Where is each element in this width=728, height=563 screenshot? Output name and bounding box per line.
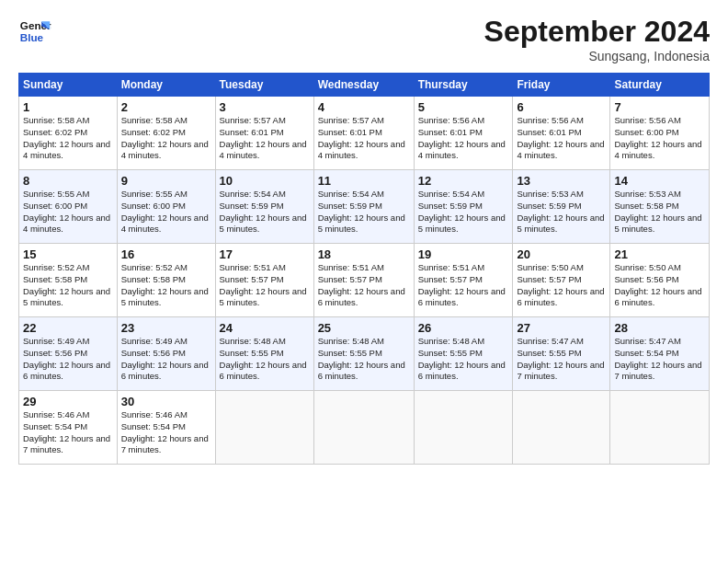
- day-number: 22: [23, 321, 113, 335]
- day-number: 16: [121, 247, 211, 261]
- day-number: 19: [418, 247, 509, 261]
- day-number: 6: [517, 100, 606, 114]
- day-info: Sunrise: 5:49 AM Sunset: 5:56 PM Dayligh…: [121, 336, 211, 383]
- calendar-cell: 16 Sunrise: 5:52 AM Sunset: 5:58 PM Dayl…: [117, 244, 215, 317]
- calendar-week-row: 15 Sunrise: 5:52 AM Sunset: 5:58 PM Dayl…: [19, 244, 710, 317]
- day-info: Sunrise: 5:50 AM Sunset: 5:57 PM Dayligh…: [517, 262, 606, 309]
- month-title: September 2024: [484, 15, 710, 49]
- day-info: Sunrise: 5:46 AM Sunset: 5:54 PM Dayligh…: [23, 409, 113, 456]
- day-info: Sunrise: 5:49 AM Sunset: 5:56 PM Dayligh…: [23, 336, 113, 383]
- day-info: Sunrise: 5:56 AM Sunset: 6:00 PM Dayligh…: [614, 115, 705, 162]
- calendar-cell: [215, 391, 313, 465]
- col-sunday: Sunday: [19, 74, 118, 97]
- calendar-cell: [414, 391, 513, 465]
- day-info: Sunrise: 5:55 AM Sunset: 6:00 PM Dayligh…: [23, 189, 113, 236]
- day-info: Sunrise: 5:57 AM Sunset: 6:01 PM Dayligh…: [220, 115, 310, 162]
- calendar-cell: 8 Sunrise: 5:55 AM Sunset: 6:00 PM Dayli…: [19, 170, 118, 244]
- logo: General Blue: [18, 15, 51, 48]
- day-number: 24: [220, 321, 310, 335]
- day-number: 25: [318, 321, 410, 335]
- calendar-cell: 10 Sunrise: 5:54 AM Sunset: 5:59 PM Dayl…: [215, 170, 313, 244]
- header: General Blue September 2024 Sungsang, In…: [18, 15, 710, 63]
- day-info: Sunrise: 5:46 AM Sunset: 5:54 PM Dayligh…: [121, 409, 211, 456]
- calendar-cell: 25 Sunrise: 5:48 AM Sunset: 5:55 PM Dayl…: [313, 317, 414, 391]
- calendar-week-row: 29 Sunrise: 5:46 AM Sunset: 5:54 PM Dayl…: [19, 391, 710, 465]
- day-number: 21: [614, 247, 705, 261]
- day-number: 1: [23, 100, 113, 114]
- col-wednesday: Wednesday: [313, 74, 414, 97]
- calendar-cell: 17 Sunrise: 5:51 AM Sunset: 5:57 PM Dayl…: [215, 244, 313, 317]
- title-block: September 2024 Sungsang, Indonesia: [484, 15, 710, 63]
- day-number: 28: [614, 321, 705, 335]
- col-friday: Friday: [513, 74, 610, 97]
- day-number: 4: [318, 100, 410, 114]
- calendar-cell: 19 Sunrise: 5:51 AM Sunset: 5:57 PM Dayl…: [414, 244, 513, 317]
- day-info: Sunrise: 5:50 AM Sunset: 5:56 PM Dayligh…: [614, 262, 705, 309]
- day-number: 30: [121, 395, 211, 408]
- day-number: 11: [318, 174, 410, 188]
- day-number: 7: [614, 100, 705, 114]
- day-info: Sunrise: 5:56 AM Sunset: 6:01 PM Dayligh…: [418, 115, 509, 162]
- col-saturday: Saturday: [610, 74, 710, 97]
- day-info: Sunrise: 5:58 AM Sunset: 6:02 PM Dayligh…: [23, 115, 113, 162]
- calendar-cell: 26 Sunrise: 5:48 AM Sunset: 5:55 PM Dayl…: [414, 317, 513, 391]
- calendar-cell: 21 Sunrise: 5:50 AM Sunset: 5:56 PM Dayl…: [610, 244, 710, 317]
- day-number: 27: [517, 321, 606, 335]
- day-number: 20: [517, 247, 606, 261]
- day-info: Sunrise: 5:53 AM Sunset: 5:58 PM Dayligh…: [614, 189, 705, 236]
- day-info: Sunrise: 5:48 AM Sunset: 5:55 PM Dayligh…: [318, 336, 410, 383]
- day-info: Sunrise: 5:54 AM Sunset: 5:59 PM Dayligh…: [318, 189, 410, 236]
- calendar-cell: 22 Sunrise: 5:49 AM Sunset: 5:56 PM Dayl…: [19, 317, 118, 391]
- day-info: Sunrise: 5:54 AM Sunset: 5:59 PM Dayligh…: [418, 189, 509, 236]
- day-info: Sunrise: 5:47 AM Sunset: 5:54 PM Dayligh…: [614, 336, 705, 383]
- day-info: Sunrise: 5:47 AM Sunset: 5:55 PM Dayligh…: [517, 336, 606, 383]
- day-number: 9: [121, 174, 211, 188]
- day-number: 12: [418, 174, 509, 188]
- calendar-cell: 7 Sunrise: 5:56 AM Sunset: 6:00 PM Dayli…: [610, 97, 710, 170]
- calendar-week-row: 22 Sunrise: 5:49 AM Sunset: 5:56 PM Dayl…: [19, 317, 710, 391]
- calendar-cell: [513, 391, 610, 465]
- calendar-cell: 5 Sunrise: 5:56 AM Sunset: 6:01 PM Dayli…: [414, 97, 513, 170]
- day-info: Sunrise: 5:53 AM Sunset: 5:59 PM Dayligh…: [517, 189, 606, 236]
- col-monday: Monday: [117, 74, 215, 97]
- calendar-week-row: 1 Sunrise: 5:58 AM Sunset: 6:02 PM Dayli…: [19, 97, 710, 170]
- calendar-cell: 3 Sunrise: 5:57 AM Sunset: 6:01 PM Dayli…: [215, 97, 313, 170]
- calendar-cell: 30 Sunrise: 5:46 AM Sunset: 5:54 PM Dayl…: [117, 391, 215, 465]
- day-number: 26: [418, 321, 509, 335]
- calendar-cell: 23 Sunrise: 5:49 AM Sunset: 5:56 PM Dayl…: [117, 317, 215, 391]
- calendar-cell: 4 Sunrise: 5:57 AM Sunset: 6:01 PM Dayli…: [313, 97, 414, 170]
- col-thursday: Thursday: [414, 74, 513, 97]
- day-info: Sunrise: 5:51 AM Sunset: 5:57 PM Dayligh…: [418, 262, 509, 309]
- calendar-table: Sunday Monday Tuesday Wednesday Thursday…: [18, 73, 710, 465]
- day-info: Sunrise: 5:56 AM Sunset: 6:01 PM Dayligh…: [517, 115, 606, 162]
- day-number: 10: [220, 174, 310, 188]
- day-number: 18: [318, 247, 410, 261]
- day-number: 15: [23, 247, 113, 261]
- day-number: 17: [220, 247, 310, 261]
- calendar-cell: 29 Sunrise: 5:46 AM Sunset: 5:54 PM Dayl…: [19, 391, 118, 465]
- day-info: Sunrise: 5:54 AM Sunset: 5:59 PM Dayligh…: [220, 189, 310, 236]
- day-number: 2: [121, 100, 211, 114]
- day-number: 14: [614, 174, 705, 188]
- day-info: Sunrise: 5:48 AM Sunset: 5:55 PM Dayligh…: [418, 336, 509, 383]
- day-info: Sunrise: 5:51 AM Sunset: 5:57 PM Dayligh…: [318, 262, 410, 309]
- calendar-cell: 6 Sunrise: 5:56 AM Sunset: 6:01 PM Dayli…: [513, 97, 610, 170]
- svg-text:Blue: Blue: [20, 31, 44, 43]
- calendar-cell: 9 Sunrise: 5:55 AM Sunset: 6:00 PM Dayli…: [117, 170, 215, 244]
- calendar-week-row: 8 Sunrise: 5:55 AM Sunset: 6:00 PM Dayli…: [19, 170, 710, 244]
- col-tuesday: Tuesday: [215, 74, 313, 97]
- calendar-cell: 24 Sunrise: 5:48 AM Sunset: 5:55 PM Dayl…: [215, 317, 313, 391]
- calendar-cell: 28 Sunrise: 5:47 AM Sunset: 5:54 PM Dayl…: [610, 317, 710, 391]
- calendar-cell: 14 Sunrise: 5:53 AM Sunset: 5:58 PM Dayl…: [610, 170, 710, 244]
- day-info: Sunrise: 5:52 AM Sunset: 5:58 PM Dayligh…: [121, 262, 211, 309]
- calendar-cell: [610, 391, 710, 465]
- subtitle: Sungsang, Indonesia: [484, 49, 710, 63]
- day-number: 8: [23, 174, 113, 188]
- calendar-header-row: Sunday Monday Tuesday Wednesday Thursday…: [19, 74, 710, 97]
- day-number: 5: [418, 100, 509, 114]
- calendar-cell: 18 Sunrise: 5:51 AM Sunset: 5:57 PM Dayl…: [313, 244, 414, 317]
- day-info: Sunrise: 5:51 AM Sunset: 5:57 PM Dayligh…: [220, 262, 310, 309]
- calendar-cell: 15 Sunrise: 5:52 AM Sunset: 5:58 PM Dayl…: [19, 244, 118, 317]
- day-number: 23: [121, 321, 211, 335]
- page: General Blue September 2024 Sungsang, In…: [0, 0, 728, 563]
